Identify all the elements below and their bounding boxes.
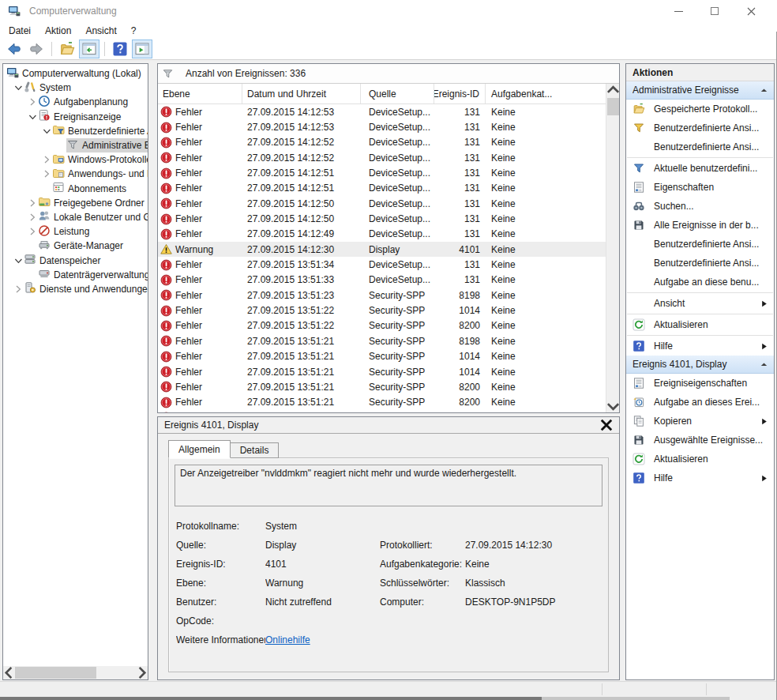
event-row[interactable]: Fehler27.09.2015 14:12:53DeviceSetup...1… [158, 119, 606, 134]
event-row[interactable]: Fehler27.09.2015 14:12:51DeviceSetup...1… [158, 181, 606, 196]
tree-collapse-chevron-icon[interactable] [13, 255, 24, 266]
open-folder-button[interactable] [57, 40, 77, 58]
collapse-up-icon[interactable] [760, 87, 768, 94]
event-row[interactable]: Fehler27.09.2015 13:51:34DeviceSetup...1… [158, 257, 606, 272]
online-help-link[interactable]: Onlinehilfe [265, 634, 310, 645]
forward-arrow-button[interactable] [26, 40, 47, 58]
tree-item[interactable]: Abonnements [3, 182, 148, 196]
tree-item[interactable]: Geräte-Manager [3, 239, 148, 253]
tree-item[interactable]: Lokale Benutzer und Gru [3, 210, 148, 224]
event-row[interactable]: Fehler27.09.2015 13:51:21Security-SPP101… [158, 349, 606, 364]
action-item[interactable]: Eigenschaften [626, 178, 774, 197]
tree-scrollbar-thumb[interactable] [15, 667, 96, 679]
tree-item[interactable]: Dienste und Anwendungen [3, 282, 148, 296]
event-row[interactable]: Fehler27.09.2015 14:12:51DeviceSetup...1… [158, 165, 606, 180]
collapse-up-icon[interactable] [760, 361, 768, 368]
event-row[interactable]: Warnung27.09.2015 14:12:30Display4101Kei… [158, 242, 606, 257]
action-item[interactable]: Benutzerdefinierte Ansi... [626, 119, 774, 137]
close-button[interactable] [733, 0, 769, 22]
event-row[interactable]: Fehler27.09.2015 14:12:52DeviceSetup...1… [158, 135, 606, 150]
column-header-ereignis-id[interactable]: Ereignis-ID [434, 84, 486, 103]
tree-item[interactable]: Datenträgerverwaltung [3, 268, 148, 282]
action-item[interactable]: Aufgabe an diese benu... [626, 273, 774, 292]
column-header-ebene[interactable]: Ebene [158, 84, 242, 103]
event-row[interactable]: Fehler27.09.2015 13:51:23Security-SPP819… [158, 288, 606, 303]
event-row[interactable]: Fehler27.09.2015 13:51:22Security-SPP820… [158, 318, 606, 333]
tree-item[interactable]: Ereignisanzeige [3, 110, 148, 124]
menu-item-datei[interactable]: Datei [2, 24, 38, 38]
action-item[interactable]: Suchen... [626, 197, 774, 216]
maximize-button[interactable] [696, 0, 733, 22]
tree-collapse-chevron-icon[interactable] [27, 111, 38, 122]
action-item[interactable]: Aktualisieren [626, 450, 774, 469]
column-header-quelle[interactable]: Quelle [361, 84, 434, 103]
tree-expand-chevron-icon[interactable] [41, 154, 52, 165]
event-row[interactable]: Fehler27.09.2015 13:51:21Security-SPP819… [158, 333, 606, 348]
event-row[interactable]: Fehler27.09.2015 13:51:21Security-SPP820… [158, 379, 606, 394]
tree-item[interactable]: Aufgabenplanung [3, 95, 148, 109]
tree-item[interactable]: System [3, 81, 148, 95]
tree-expand-chevron-icon[interactable] [27, 96, 38, 107]
preview-close-button[interactable] [600, 419, 613, 431]
action-item[interactable]: Ereigniseigenschaften [626, 374, 774, 393]
event-row[interactable] [158, 410, 606, 412]
event-list-scrollbar[interactable] [606, 84, 619, 412]
tree-expand-chevron-icon[interactable] [27, 212, 38, 223]
scroll-down-arrow-icon[interactable] [606, 400, 620, 412]
action-item[interactable]: Hilfe [626, 337, 774, 356]
action-item[interactable]: Kopieren [626, 412, 774, 431]
tree-expand-chevron-icon[interactable] [27, 226, 38, 237]
tree-expand-chevron-icon[interactable] [27, 198, 38, 209]
scroll-left-arrow-icon[interactable] [3, 666, 15, 679]
action-item[interactable]: Hilfe [626, 469, 774, 487]
action-item[interactable]: Aufgabe an dieses Erei... [626, 393, 774, 412]
action-item[interactable]: Benutzerdefinierte Ansi... [626, 235, 774, 254]
tab-details[interactable]: Details [231, 442, 280, 458]
event-list-scrollbar-thumb[interactable] [607, 98, 619, 115]
action-pane-toggle-button[interactable] [132, 40, 152, 58]
event-row[interactable]: Fehler27.09.2015 13:51:33DeviceSetup...1… [158, 273, 606, 288]
action-item[interactable]: Aktualisieren [626, 315, 774, 334]
tree-item[interactable]: Datenspeicher [3, 253, 148, 267]
tree-collapse-chevron-icon[interactable] [13, 82, 24, 93]
column-header-aufgabenkategorie[interactable]: Aufgabenkat... [486, 84, 606, 103]
event-row[interactable]: Fehler27.09.2015 14:12:50DeviceSetup...1… [158, 211, 606, 226]
event-row[interactable]: Fehler27.09.2015 13:51:22Security-SPP101… [158, 303, 606, 318]
column-header-datum[interactable]: Datum und Uhrzeit [242, 84, 361, 103]
action-item[interactable]: Benutzerdefinierte Ansi... [626, 137, 774, 156]
tree-item[interactable]: Computerverwaltung (Lokal) [3, 66, 148, 81]
tree-item[interactable]: Administrative E [3, 138, 148, 152]
tree-item[interactable]: Windows-Protokolle [3, 152, 148, 167]
action-group-header[interactable]: Ereignis 4101, Display [626, 356, 774, 374]
menu-item-aktion[interactable]: Aktion [38, 24, 78, 38]
action-group-header[interactable]: Administrative Ereignisse [626, 81, 774, 100]
tree-expand-chevron-icon[interactable] [13, 284, 24, 295]
event-row[interactable]: Fehler27.09.2015 14:12:53DeviceSetup...1… [158, 104, 606, 119]
menu-item-ansicht[interactable]: Ansicht [78, 24, 123, 38]
action-item[interactable]: Aktuelle benutzerdefini... [626, 159, 774, 178]
action-item[interactable]: Alle Ereignisse in der b... [626, 216, 774, 235]
tree-horizontal-scrollbar[interactable] [3, 666, 148, 679]
scroll-up-arrow-icon[interactable] [606, 84, 620, 96]
event-row[interactable]: Fehler27.09.2015 13:51:21Security-SPP101… [158, 364, 606, 379]
action-item[interactable]: Ausgewählte Ereignisse... [626, 431, 774, 450]
tab-allgemein[interactable]: Allgemein [168, 440, 231, 458]
tree-item[interactable]: Freigegebene Ordner [3, 196, 148, 210]
event-row[interactable]: Fehler27.09.2015 14:12:49DeviceSetup...1… [158, 227, 606, 242]
action-item[interactable]: Benutzerdefinierte Ansi... [626, 254, 774, 273]
back-arrow-button[interactable] [4, 40, 24, 58]
tree-item[interactable]: Leistung [3, 224, 148, 239]
tree-expand-chevron-icon[interactable] [41, 168, 52, 179]
minimize-button[interactable] [660, 0, 696, 22]
event-row[interactable]: Fehler27.09.2015 14:12:52DeviceSetup...1… [158, 150, 606, 165]
tree-item[interactable]: Benutzerdefinierte A [3, 124, 148, 138]
action-item[interactable]: Ansicht [626, 294, 774, 313]
tree-item[interactable]: Anwendungs- und D [3, 167, 148, 181]
tree-collapse-chevron-icon[interactable] [41, 126, 52, 137]
action-item[interactable]: Gespeicherte Protokoll... [626, 100, 774, 119]
console-tree-toggle-button[interactable] [79, 40, 99, 58]
scroll-right-arrow-icon[interactable] [136, 666, 148, 679]
menu-item-?[interactable]: ? [124, 24, 144, 38]
event-row[interactable]: Fehler27.09.2015 13:51:21Security-SPP820… [158, 395, 606, 410]
help-button[interactable] [110, 40, 130, 58]
